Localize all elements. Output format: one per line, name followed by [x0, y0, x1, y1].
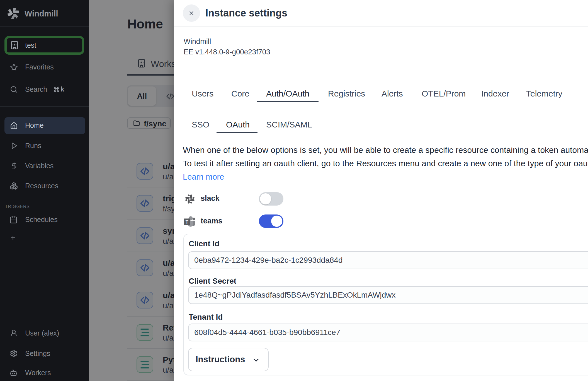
svg-text:T: T [186, 220, 188, 225]
